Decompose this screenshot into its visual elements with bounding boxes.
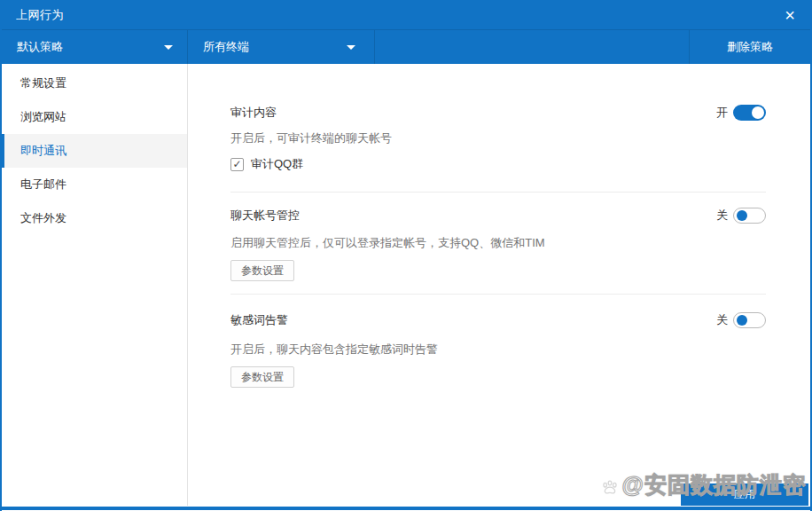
- chevron-down-icon: [347, 45, 355, 50]
- settings-panel: 审计内容 开 开启后，可审计终端的聊天帐号 ✓ 审计QQ群 聊天帐号管控 关: [188, 64, 810, 506]
- window-title: 上网行为: [16, 7, 64, 23]
- toggle-knob: [737, 315, 747, 326]
- audit-content-toggle[interactable]: [733, 105, 766, 121]
- sensitive-word-toggle-wrap: 关: [716, 312, 766, 328]
- section-title: 敏感词告警: [230, 312, 288, 328]
- section-header: 审计内容 开: [230, 105, 766, 121]
- toolbar-spacer: [375, 30, 689, 64]
- sidebar-item-browse-website[interactable]: 浏览网站: [2, 100, 187, 134]
- chat-account-control-toggle[interactable]: [733, 208, 766, 224]
- sidebar-item-label: 常规设置: [20, 75, 66, 91]
- sensitive-word-alert-toggle[interactable]: [733, 312, 766, 328]
- checkbox-checked-icon[interactable]: ✓: [230, 158, 244, 171]
- audit-qq-group-checkbox-row[interactable]: ✓ 审计QQ群: [230, 156, 766, 172]
- toggle-knob: [737, 210, 747, 221]
- sidebar-item-label: 电子邮件: [20, 177, 66, 193]
- parameter-settings-button[interactable]: 参数设置: [230, 260, 294, 281]
- terminal-dropdown[interactable]: 所有终端: [188, 30, 375, 64]
- sidebar-item-general[interactable]: 常规设置: [2, 67, 187, 100]
- delete-policy-label: 删除策略: [727, 39, 773, 55]
- chat-control-toggle-wrap: 关: [716, 208, 766, 224]
- delete-policy-button[interactable]: 删除策略: [689, 30, 810, 64]
- toolbar: 默认策略 所有终端 删除策略: [2, 29, 810, 64]
- section-sensitive-word-alert: 敏感词告警 关 开启后，聊天内容包含指定敏感词时告警 参数设置: [230, 295, 766, 388]
- section-header: 敏感词告警 关: [230, 312, 766, 328]
- policy-dropdown-value: 默认策略: [17, 39, 63, 55]
- sidebar-item-email[interactable]: 电子邮件: [2, 168, 187, 201]
- policy-dropdown[interactable]: 默认策略: [2, 30, 188, 64]
- section-description: 启用聊天管控后，仅可以登录指定帐号，支持QQ、微信和TIM: [230, 235, 766, 251]
- section-chat-account-control: 聊天帐号管控 关 启用聊天管控后，仅可以登录指定帐号，支持QQ、微信和TIM 参…: [230, 193, 766, 295]
- terminal-dropdown-value: 所有终端: [203, 39, 249, 55]
- audit-toggle-wrap: 开: [716, 105, 766, 121]
- toggle-state-label: 开: [716, 105, 728, 121]
- sidebar-item-label: 浏览网站: [20, 109, 66, 125]
- section-title: 审计内容: [230, 105, 277, 121]
- title-bar: 上网行为 ×: [2, 0, 810, 29]
- section-header: 聊天帐号管控 关: [230, 208, 766, 224]
- window-bottom-border: [2, 507, 810, 510]
- section-audit-content: 审计内容 开 开启后，可审计终端的聊天帐号 ✓ 审计QQ群: [230, 64, 766, 193]
- chevron-down-icon: [164, 45, 173, 50]
- sidebar-item-file-outgoing[interactable]: 文件外发: [2, 201, 187, 235]
- sidebar-item-label: 文件外发: [20, 210, 66, 226]
- internet-behavior-window: 上网行为 × 默认策略 所有终端 删除策略 常规设置 浏览网站 即时通讯 电子邮…: [0, 0, 812, 511]
- close-icon[interactable]: ×: [778, 4, 801, 27]
- toggle-state-label: 关: [716, 312, 728, 328]
- section-description: 开启后，可审计终端的聊天帐号: [230, 130, 766, 146]
- toggle-state-label: 关: [716, 208, 728, 224]
- section-title: 聊天帐号管控: [230, 208, 300, 224]
- section-description: 开启后，聊天内容包含指定敏感词时告警: [230, 342, 766, 358]
- apply-button[interactable]: 应用: [681, 483, 808, 506]
- sidebar-item-label: 即时通讯: [20, 143, 66, 159]
- toggle-knob: [752, 106, 764, 119]
- sidebar-item-instant-messaging[interactable]: 即时通讯: [2, 134, 187, 168]
- checkbox-label: 审计QQ群: [251, 156, 303, 172]
- sidebar: 常规设置 浏览网站 即时通讯 电子邮件 文件外发: [2, 64, 188, 506]
- parameter-settings-button[interactable]: 参数设置: [230, 366, 294, 388]
